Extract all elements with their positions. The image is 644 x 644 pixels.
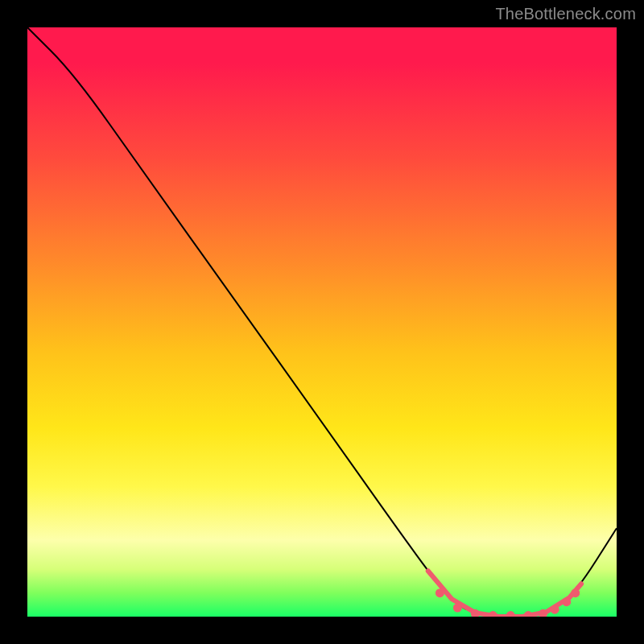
bottleneck-curve xyxy=(27,27,617,617)
valley-dot xyxy=(562,597,571,606)
plot-area xyxy=(27,27,617,617)
chart-stage: TheBottleneck.com xyxy=(0,0,644,644)
valley-dot xyxy=(506,611,515,617)
curve-svg xyxy=(27,27,617,617)
valley-dot xyxy=(571,588,580,597)
valley-dot xyxy=(453,604,462,613)
valley-dot xyxy=(551,605,559,614)
valley-dot xyxy=(524,611,533,617)
valley-dot xyxy=(436,588,444,597)
valley-dot xyxy=(489,611,497,617)
watermark-text: TheBottleneck.com xyxy=(495,5,636,23)
